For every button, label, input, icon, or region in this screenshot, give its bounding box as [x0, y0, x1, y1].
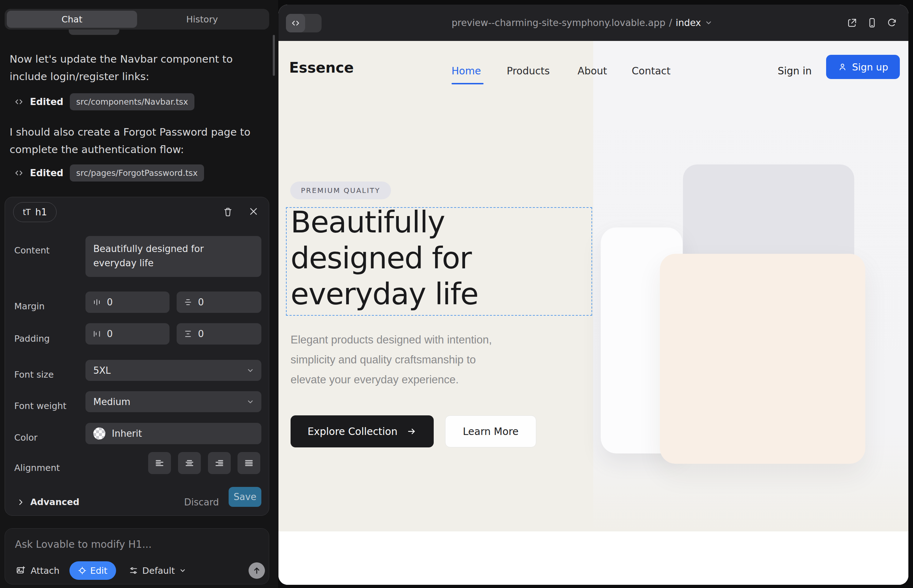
margin-y-value: 0	[198, 297, 204, 307]
padding-x-value: 0	[107, 328, 113, 339]
person-icon	[838, 62, 847, 71]
save-button[interactable]: Save	[228, 487, 261, 507]
refresh-icon[interactable]	[887, 18, 897, 28]
url-host: preview--charming-site-symphony.lovable.…	[452, 18, 665, 28]
site-logo[interactable]: Essence	[289, 60, 354, 76]
nav-home[interactable]: Home	[452, 65, 481, 77]
margin-x-icon	[92, 298, 101, 307]
content-label: Content	[14, 245, 50, 255]
padding-x-icon	[92, 330, 101, 338]
chevron-right-icon	[17, 498, 24, 506]
margin-x-value: 0	[107, 297, 113, 307]
tab-bar: Chat History	[5, 9, 269, 29]
padding-y-icon	[184, 330, 192, 338]
discard-button[interactable]: Discard	[184, 497, 219, 507]
element-tag-pill[interactable]: tT h1	[13, 202, 57, 222]
color-swatch	[93, 428, 105, 439]
scrollbar[interactable]	[273, 35, 275, 76]
chevron-down-icon	[246, 398, 254, 406]
color-value: Inherit	[112, 428, 142, 439]
margin-label: Margin	[14, 301, 45, 312]
decor-peach-card	[660, 254, 865, 464]
code-icon	[14, 168, 24, 178]
margin-x-input[interactable]: 0	[86, 291, 170, 313]
padding-label: Padding	[14, 333, 50, 344]
advanced-toggle[interactable]: Advanced	[17, 497, 79, 507]
font-weight-value: Medium	[93, 396, 130, 407]
chevron-down-icon	[705, 19, 712, 27]
alignment-label: Alignment	[14, 463, 60, 473]
element-tag: h1	[35, 207, 47, 218]
font-size-select[interactable]: 5XL	[86, 360, 261, 381]
nav-contact[interactable]: Contact	[632, 65, 670, 77]
chat-message: I should also create a Forgot Password p…	[10, 123, 259, 158]
padding-y-value: 0	[198, 328, 204, 339]
font-size-value: 5XL	[93, 365, 111, 376]
site-preview: Essence Home Products About Contact Sign…	[278, 41, 908, 585]
edited-label: Edited	[30, 168, 63, 178]
align-right-button[interactable]	[208, 452, 231, 474]
hero-headline[interactable]: Beautifully designed for everyday life	[291, 204, 512, 312]
element-editor-panel: tT h1 Content Beautifully designed for e…	[5, 197, 269, 516]
margin-y-input[interactable]: 0	[176, 291, 261, 313]
padding-x-input[interactable]: 0	[86, 323, 170, 344]
font-size-label: Font size	[14, 370, 54, 380]
nav-products[interactable]: Products	[507, 65, 550, 77]
font-weight-label: Font weight	[14, 401, 66, 411]
align-center-button[interactable]	[178, 452, 201, 474]
file-chip[interactable]: src/components/Navbar.tsx	[70, 93, 194, 110]
nav-about[interactable]: About	[578, 65, 607, 77]
premium-badge: PREMIUM QUALITY	[290, 181, 391, 199]
learn-more-button[interactable]: Learn More	[445, 415, 536, 447]
color-select[interactable]: Inherit	[86, 423, 261, 444]
mobile-view-icon[interactable]	[867, 18, 877, 28]
file-chip[interactable]: src/pages/ForgotPassword.tsx	[70, 165, 204, 181]
preview-browser: preview--charming-site-symphony.lovable.…	[278, 5, 908, 585]
send-button[interactable]	[249, 562, 265, 579]
tab-chat[interactable]: Chat	[7, 11, 137, 28]
explore-collection-button[interactable]: Explore Collection	[291, 415, 434, 447]
chevron-down-icon	[179, 567, 186, 574]
crosshair-icon	[78, 566, 87, 575]
chat-panel: Chat History Now let's update the Navbar…	[0, 0, 278, 588]
edit-mode-button[interactable]: Edit	[70, 561, 116, 580]
open-external-icon[interactable]	[847, 18, 858, 28]
arrow-right-icon	[407, 426, 417, 436]
url-bar[interactable]: preview--charming-site-symphony.lovable.…	[278, 5, 908, 41]
url-separator: /	[669, 18, 672, 28]
delete-element-button[interactable]	[223, 207, 233, 217]
edited-file-row[interactable]: Edited src/components/Navbar.tsx	[14, 93, 194, 110]
attach-button[interactable]: Attach	[31, 565, 60, 576]
sliders-icon	[129, 566, 138, 575]
code-icon	[14, 97, 24, 107]
margin-y-icon	[184, 298, 192, 307]
url-page[interactable]: index	[676, 18, 701, 28]
tab-history[interactable]: History	[137, 11, 267, 28]
browser-chrome: preview--charming-site-symphony.lovable.…	[278, 5, 908, 41]
color-label: Color	[14, 433, 37, 443]
align-justify-button[interactable]	[238, 452, 260, 474]
edited-file-row[interactable]: Edited src/pages/ForgotPassword.tsx	[14, 165, 204, 181]
chat-message: Now let's update the Navbar component to…	[10, 50, 259, 86]
chevron-down-icon	[246, 367, 254, 375]
typography-icon: tT	[23, 207, 30, 217]
close-editor-button[interactable]	[249, 207, 259, 216]
hero-paragraph: Elegant products designed with intention…	[291, 330, 501, 390]
padding-y-input[interactable]: 0	[176, 323, 261, 344]
content-input[interactable]: Beautifully designed for everyday life	[86, 236, 261, 277]
align-left-button[interactable]	[148, 452, 171, 474]
attach-icon[interactable]	[16, 565, 26, 575]
sign-in-link[interactable]: Sign in	[778, 65, 812, 77]
default-mode-button[interactable]: Default	[129, 565, 186, 576]
font-weight-select[interactable]: Medium	[86, 391, 261, 412]
composer-placeholder[interactable]: Ask Lovable to modify H1...	[15, 538, 152, 550]
chat-composer[interactable]: Ask Lovable to modify H1... Attach Edit …	[5, 528, 269, 585]
sign-up-button[interactable]: Sign up	[826, 55, 900, 79]
nav-active-underline	[452, 83, 484, 84]
edited-label: Edited	[30, 97, 63, 107]
